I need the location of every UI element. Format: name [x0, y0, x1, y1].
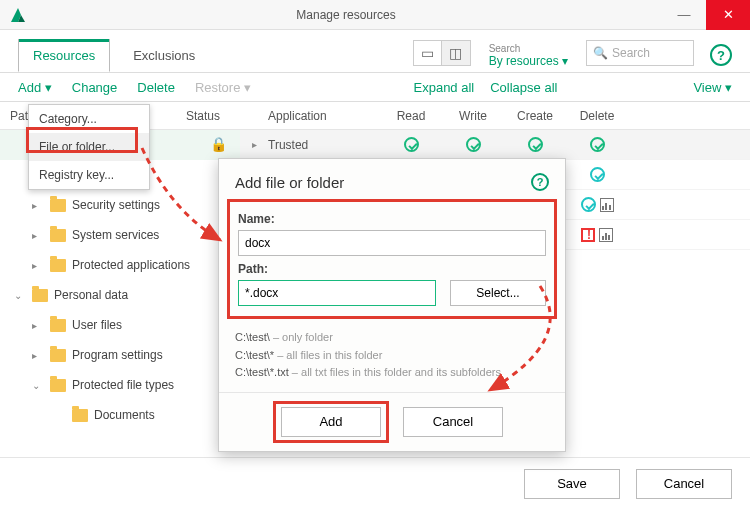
menu-item-file-or-folder[interactable]: File or folder...: [29, 133, 149, 161]
chevron-down-icon: ⌄: [32, 380, 44, 391]
dialog-help-button[interactable]: ?: [531, 173, 549, 191]
app-logo: [6, 3, 30, 27]
allow-icon[interactable]: [404, 137, 419, 152]
highlight-box-dialog-fields: Name: Path: Select...: [227, 199, 557, 319]
search-icon: 🔍: [593, 46, 608, 60]
col-write[interactable]: Write: [442, 102, 504, 129]
folder-icon: [72, 409, 88, 422]
folder-icon: [50, 379, 66, 392]
folder-icon: [50, 199, 66, 212]
restore-action: Restore ▾: [195, 80, 251, 95]
chevron-down-icon: ⌄: [14, 290, 26, 301]
window-title: Manage resources: [30, 8, 662, 22]
search-input[interactable]: 🔍 Search: [586, 40, 694, 66]
col-status[interactable]: Status: [180, 102, 240, 129]
layout-single-icon[interactable]: ▭: [414, 41, 442, 65]
search-placeholder: Search: [612, 46, 650, 60]
chevron-right-icon: ▸: [32, 200, 44, 211]
folder-icon: [50, 349, 66, 362]
col-create[interactable]: Create: [504, 102, 566, 129]
view-action[interactable]: View ▾: [693, 80, 732, 95]
folder-icon: [50, 229, 66, 242]
help-button[interactable]: ?: [710, 44, 732, 66]
permission-row-trusted[interactable]: ▸Trusted: [240, 130, 750, 160]
right-columns: Application Read Write Create Delete: [240, 102, 750, 130]
close-button[interactable]: ✕: [706, 0, 750, 30]
delete-action[interactable]: Delete: [137, 80, 175, 95]
minimize-button[interactable]: —: [662, 0, 706, 30]
chevron-right-icon: ▸: [32, 230, 44, 241]
col-application[interactable]: Application: [240, 102, 380, 129]
collapse-all-action[interactable]: Collapse all: [490, 80, 557, 95]
path-input[interactable]: [238, 280, 436, 306]
col-delete[interactable]: Delete: [566, 102, 628, 129]
dialog-add-button[interactable]: Add: [281, 407, 381, 437]
chevron-right-icon: ▸: [252, 139, 262, 150]
chevron-right-icon: ▸: [32, 320, 44, 331]
title-bar: Manage resources — ✕: [0, 0, 750, 30]
deny-icon[interactable]: [581, 228, 595, 242]
select-button[interactable]: Select...: [450, 280, 546, 306]
allow-icon[interactable]: [528, 137, 543, 152]
path-hints: C:\test\ – only folder C:\test\* – all f…: [235, 329, 549, 382]
folder-icon: [32, 289, 48, 302]
name-input[interactable]: [238, 230, 546, 256]
add-action[interactable]: Add ▾: [18, 80, 52, 95]
add-dropdown-menu: Category... File or folder... Registry k…: [28, 104, 150, 190]
action-bar: Add ▾ Change Delete Restore ▾ Expand all…: [0, 72, 750, 102]
log-icon[interactable]: [600, 198, 614, 212]
cancel-button[interactable]: Cancel: [636, 469, 732, 499]
log-icon[interactable]: [599, 228, 613, 242]
layout-split-icon[interactable]: ◫: [442, 41, 470, 65]
lock-icon: 🔒: [198, 136, 238, 152]
folder-icon: [50, 319, 66, 332]
tab-resources[interactable]: Resources: [18, 39, 110, 72]
dialog-title: Add file or folder: [235, 174, 344, 191]
name-label: Name:: [238, 212, 546, 226]
view-mode-toggle: ▭ ◫: [413, 40, 471, 66]
top-bar: Resources Exclusions ▭ ◫ Search By resou…: [0, 30, 750, 72]
change-action[interactable]: Change: [72, 80, 118, 95]
chevron-right-icon: ▸: [32, 350, 44, 361]
tab-exclusions[interactable]: Exclusions: [118, 39, 210, 72]
menu-item-registry-key[interactable]: Registry key...: [29, 161, 149, 189]
path-label: Path:: [238, 262, 546, 276]
allow-icon[interactable]: [590, 167, 605, 182]
folder-icon: [50, 259, 66, 272]
allow-icon[interactable]: [466, 137, 481, 152]
search-label: Search: [489, 43, 568, 54]
allow-icon[interactable]: [590, 137, 605, 152]
allow-icon[interactable]: [581, 197, 596, 212]
footer-bar: Save Cancel: [0, 457, 750, 509]
add-file-folder-dialog: Add file or folder ? Name: Path: Select.…: [218, 158, 566, 452]
expand-all-action[interactable]: Expand all: [414, 80, 475, 95]
dialog-cancel-button[interactable]: Cancel: [403, 407, 503, 437]
menu-item-category[interactable]: Category...: [29, 105, 149, 133]
chevron-right-icon: ▸: [32, 260, 44, 271]
col-read[interactable]: Read: [380, 102, 442, 129]
search-by-selector[interactable]: Search By resources ▾: [489, 43, 568, 68]
save-button[interactable]: Save: [524, 469, 620, 499]
